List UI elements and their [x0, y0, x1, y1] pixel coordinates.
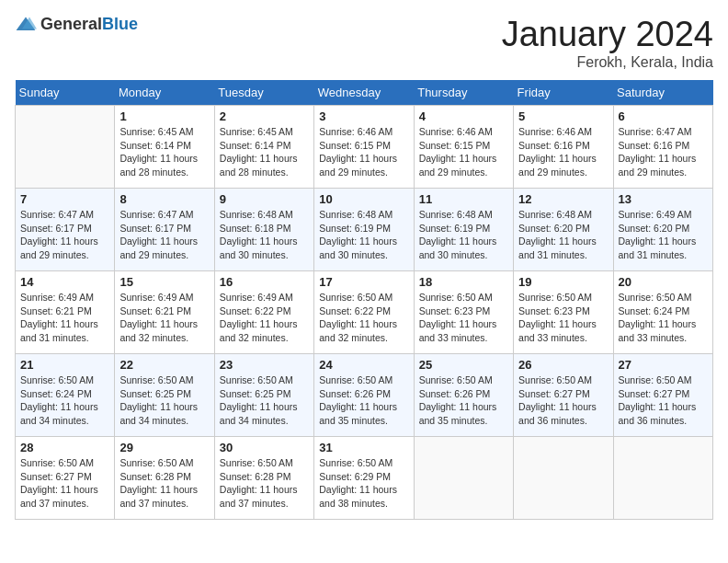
calendar-cell: 31Sunrise: 6:50 AMSunset: 6:29 PMDayligh… — [314, 437, 414, 520]
day-info: Sunrise: 6:50 AMSunset: 6:22 PMDaylight:… — [319, 291, 408, 345]
day-info: Sunrise: 6:50 AMSunset: 6:26 PMDaylight:… — [419, 373, 508, 428]
calendar-cell: 5Sunrise: 6:46 AMSunset: 6:16 PMDaylight… — [514, 106, 613, 189]
calendar-cell: 4Sunrise: 6:46 AMSunset: 6:15 PMDaylight… — [414, 106, 513, 189]
day-info: Sunrise: 6:46 AMSunset: 6:15 PMDaylight:… — [419, 125, 508, 179]
day-number: 12 — [518, 192, 608, 206]
logo-blue: Blue — [102, 15, 138, 33]
calendar-cell: 14Sunrise: 6:49 AMSunset: 6:21 PMDayligh… — [16, 271, 115, 354]
day-number: 8 — [119, 192, 209, 206]
day-number: 11 — [419, 192, 508, 206]
day-info: Sunrise: 6:50 AMSunset: 6:25 PMDaylight:… — [220, 373, 309, 428]
weekday-header-row: SundayMondayTuesdayWednesdayThursdayFrid… — [16, 80, 713, 106]
day-number: 5 — [518, 109, 608, 123]
calendar-cell: 13Sunrise: 6:49 AMSunset: 6:20 PMDayligh… — [613, 189, 712, 271]
day-number: 10 — [319, 192, 408, 206]
day-info: Sunrise: 6:48 AMSunset: 6:19 PMDaylight:… — [419, 208, 508, 262]
calendar-cell: 20Sunrise: 6:50 AMSunset: 6:24 PMDayligh… — [613, 271, 712, 354]
day-number: 27 — [619, 358, 708, 372]
calendar-cell: 7Sunrise: 6:47 AMSunset: 6:17 PMDaylight… — [16, 189, 115, 271]
day-number: 29 — [119, 441, 209, 454]
day-info: Sunrise: 6:47 AMSunset: 6:17 PMDaylight:… — [20, 208, 109, 262]
location-title: Ferokh, Kerala, India — [502, 54, 713, 71]
calendar-cell — [16, 106, 115, 189]
day-info: Sunrise: 6:50 AMSunset: 6:23 PMDaylight:… — [518, 291, 608, 345]
day-number: 20 — [619, 275, 708, 289]
calendar-cell: 19Sunrise: 6:50 AMSunset: 6:23 PMDayligh… — [514, 271, 613, 354]
calendar-cell: 8Sunrise: 6:47 AMSunset: 6:17 PMDaylight… — [115, 189, 214, 271]
calendar-cell: 15Sunrise: 6:49 AMSunset: 6:21 PMDayligh… — [115, 271, 214, 354]
day-info: Sunrise: 6:50 AMSunset: 6:25 PMDaylight:… — [119, 373, 209, 428]
day-number: 21 — [20, 358, 109, 372]
day-number: 31 — [319, 441, 408, 454]
weekday-header-cell: Tuesday — [214, 80, 313, 106]
day-info: Sunrise: 6:50 AMSunset: 6:28 PMDaylight:… — [220, 456, 309, 511]
day-info: Sunrise: 6:46 AMSunset: 6:15 PMDaylight:… — [319, 125, 408, 179]
day-info: Sunrise: 6:50 AMSunset: 6:26 PMDaylight:… — [319, 373, 408, 428]
page-header: GeneralBlue January 2024 Ferokh, Kerala,… — [15, 15, 713, 71]
day-info: Sunrise: 6:50 AMSunset: 6:23 PMDaylight:… — [419, 291, 508, 345]
calendar-cell: 2Sunrise: 6:45 AMSunset: 6:14 PMDaylight… — [214, 106, 313, 189]
day-info: Sunrise: 6:46 AMSunset: 6:16 PMDaylight:… — [518, 125, 608, 179]
calendar-cell: 12Sunrise: 6:48 AMSunset: 6:20 PMDayligh… — [514, 189, 613, 271]
weekday-header-cell: Friday — [514, 80, 613, 106]
day-info: Sunrise: 6:47 AMSunset: 6:16 PMDaylight:… — [619, 125, 708, 179]
calendar-cell: 30Sunrise: 6:50 AMSunset: 6:28 PMDayligh… — [214, 437, 313, 520]
calendar-cell: 27Sunrise: 6:50 AMSunset: 6:27 PMDayligh… — [613, 354, 712, 437]
calendar-cell: 9Sunrise: 6:48 AMSunset: 6:18 PMDaylight… — [214, 189, 313, 271]
day-number: 16 — [220, 275, 309, 289]
calendar-cell: 10Sunrise: 6:48 AMSunset: 6:19 PMDayligh… — [314, 189, 414, 271]
day-number: 26 — [518, 358, 608, 372]
day-number: 17 — [319, 275, 408, 289]
day-number: 28 — [20, 441, 109, 454]
day-info: Sunrise: 6:45 AMSunset: 6:14 PMDaylight:… — [119, 125, 209, 179]
day-info: Sunrise: 6:47 AMSunset: 6:17 PMDaylight:… — [119, 208, 209, 262]
day-info: Sunrise: 6:50 AMSunset: 6:27 PMDaylight:… — [20, 456, 109, 511]
day-info: Sunrise: 6:50 AMSunset: 6:24 PMDaylight:… — [619, 291, 708, 345]
calendar-table: SundayMondayTuesdayWednesdayThursdayFrid… — [15, 80, 713, 520]
calendar-body: 1Sunrise: 6:45 AMSunset: 6:14 PMDaylight… — [16, 106, 713, 520]
day-number: 14 — [20, 275, 109, 289]
day-number: 30 — [220, 441, 309, 454]
day-info: Sunrise: 6:48 AMSunset: 6:19 PMDaylight:… — [319, 208, 408, 262]
day-info: Sunrise: 6:45 AMSunset: 6:14 PMDaylight:… — [220, 125, 309, 179]
day-info: Sunrise: 6:49 AMSunset: 6:20 PMDaylight:… — [619, 208, 708, 262]
day-info: Sunrise: 6:50 AMSunset: 6:24 PMDaylight:… — [20, 373, 109, 428]
calendar-week-row: 7Sunrise: 6:47 AMSunset: 6:17 PMDaylight… — [16, 189, 713, 271]
calendar-cell: 22Sunrise: 6:50 AMSunset: 6:25 PMDayligh… — [115, 354, 214, 437]
calendar-cell: 23Sunrise: 6:50 AMSunset: 6:25 PMDayligh… — [214, 354, 313, 437]
calendar-cell: 24Sunrise: 6:50 AMSunset: 6:26 PMDayligh… — [314, 354, 414, 437]
day-number: 3 — [319, 109, 408, 123]
day-number: 4 — [419, 109, 508, 123]
calendar-cell: 1Sunrise: 6:45 AMSunset: 6:14 PMDaylight… — [115, 106, 214, 189]
day-info: Sunrise: 6:49 AMSunset: 6:21 PMDaylight:… — [20, 291, 109, 345]
calendar-cell: 11Sunrise: 6:48 AMSunset: 6:19 PMDayligh… — [414, 189, 513, 271]
logo-icon — [15, 16, 37, 34]
logo-general: General — [40, 15, 102, 33]
calendar-cell: 6Sunrise: 6:47 AMSunset: 6:16 PMDaylight… — [613, 106, 712, 189]
day-info: Sunrise: 6:48 AMSunset: 6:18 PMDaylight:… — [220, 208, 309, 262]
calendar-cell: 17Sunrise: 6:50 AMSunset: 6:22 PMDayligh… — [314, 271, 414, 354]
day-number: 18 — [419, 275, 508, 289]
day-info: Sunrise: 6:48 AMSunset: 6:20 PMDaylight:… — [518, 208, 608, 262]
calendar-cell — [613, 437, 712, 520]
calendar-week-row: 21Sunrise: 6:50 AMSunset: 6:24 PMDayligh… — [16, 354, 713, 437]
day-number: 9 — [220, 192, 309, 206]
weekday-header-cell: Wednesday — [314, 80, 414, 106]
calendar-cell: 28Sunrise: 6:50 AMSunset: 6:27 PMDayligh… — [16, 437, 115, 520]
calendar-cell: 29Sunrise: 6:50 AMSunset: 6:28 PMDayligh… — [115, 437, 214, 520]
calendar-cell: 26Sunrise: 6:50 AMSunset: 6:27 PMDayligh… — [514, 354, 613, 437]
day-number: 15 — [119, 275, 209, 289]
day-number: 2 — [220, 109, 309, 123]
day-info: Sunrise: 6:50 AMSunset: 6:27 PMDaylight:… — [619, 373, 708, 428]
title-block: January 2024 Ferokh, Kerala, India — [502, 15, 713, 71]
calendar-cell: 16Sunrise: 6:49 AMSunset: 6:22 PMDayligh… — [214, 271, 313, 354]
calendar-cell: 18Sunrise: 6:50 AMSunset: 6:23 PMDayligh… — [414, 271, 513, 354]
calendar-week-row: 1Sunrise: 6:45 AMSunset: 6:14 PMDaylight… — [16, 106, 713, 189]
day-info: Sunrise: 6:49 AMSunset: 6:21 PMDaylight:… — [119, 291, 209, 345]
day-info: Sunrise: 6:50 AMSunset: 6:29 PMDaylight:… — [319, 456, 408, 511]
day-number: 13 — [619, 192, 708, 206]
calendar-week-row: 28Sunrise: 6:50 AMSunset: 6:27 PMDayligh… — [16, 437, 713, 520]
day-number: 22 — [119, 358, 209, 372]
day-number: 24 — [319, 358, 408, 372]
calendar-cell — [414, 437, 513, 520]
